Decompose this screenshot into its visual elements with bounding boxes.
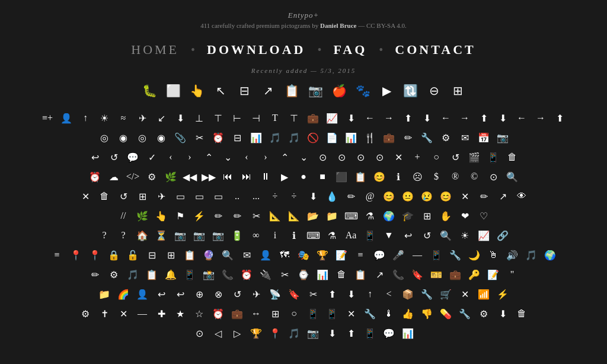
icon-bookmark[interactable]: 🔖 <box>408 265 427 284</box>
icon-rotate[interactable]: ↺ <box>228 285 247 304</box>
icon-x-3[interactable]: ✕ <box>341 304 360 323</box>
icon-trash-3[interactable]: 🗑 <box>332 265 351 284</box>
icon-scissors-3[interactable]: ✂ <box>275 265 294 284</box>
icon-eye[interactable]: 👁 <box>512 187 531 206</box>
icon-mask[interactable]: 🎭 <box>294 245 313 264</box>
icon-magnifier[interactable]: 🔍 <box>436 226 455 245</box>
icon-sun[interactable]: ☀ <box>455 226 474 245</box>
icon-popup[interactable]: ↗ <box>257 80 279 101</box>
icon-dots[interactable]: ... <box>247 187 266 206</box>
icon-chevron-left[interactable]: ‹ <box>161 148 180 167</box>
icon-up-arrow[interactable]: ↑ <box>360 285 379 304</box>
icon-dot-2[interactable]: ◉ <box>152 128 171 147</box>
icon-add[interactable]: ⊕ <box>190 285 209 304</box>
icon-blocked[interactable]: 🚫 <box>304 128 322 147</box>
icon-help[interactable]: ? <box>95 226 114 245</box>
icon-cut[interactable]: ✂ <box>304 285 322 304</box>
icon-bar-chart[interactable]: 📊 <box>247 128 266 147</box>
icon-music[interactable]: 🎵 <box>522 245 541 264</box>
icon-phone-2[interactable]: 📞 <box>389 265 408 284</box>
icon-back-2[interactable]: ↩ <box>152 285 171 304</box>
icon-clock[interactable]: ⏰ <box>209 128 228 147</box>
icon-heart-empty[interactable]: ♡ <box>474 206 493 225</box>
icon-trash-2[interactable]: 🗑 <box>95 187 114 206</box>
icon-device[interactable]: 📱 <box>360 324 379 343</box>
icon-user-2[interactable]: 👤 <box>256 245 275 264</box>
icon-fingerprint[interactable]: 👆 <box>186 80 207 101</box>
icon-bubble[interactable]: 💬 <box>379 324 398 343</box>
icon-back[interactable]: ↩ <box>85 148 104 167</box>
icon-dollar[interactable]: $ <box>427 167 446 186</box>
icon-wifi[interactable]: 📶 <box>474 285 493 304</box>
icon-thumbs-up[interactable]: 👍 <box>398 304 417 323</box>
icon-at[interactable]: @ <box>360 187 379 206</box>
icon-mic[interactable]: 🎤 <box>389 245 408 264</box>
icon-tools[interactable]: 🔧 <box>360 304 379 323</box>
icon-clock-2[interactable]: ⏰ <box>237 265 256 284</box>
icon-play[interactable]: ▶ <box>376 80 397 101</box>
icon-heart[interactable]: ❤ <box>455 206 474 225</box>
icon-message[interactable]: 💬 <box>370 245 389 264</box>
icon-logout[interactable]: ⊞ <box>161 245 180 264</box>
icon-clipboard-3[interactable]: 📋 <box>351 265 370 284</box>
icon-cog-3[interactable]: ⚙ <box>474 304 493 323</box>
nav-faq[interactable]: FAQ <box>323 42 378 58</box>
icon-clipboard[interactable]: 📋 <box>281 80 302 101</box>
icon-arrow-right[interactable]: → <box>379 108 398 127</box>
nav-home[interactable]: HOME <box>120 42 190 58</box>
icon-back-3[interactable]: ◁ <box>209 324 228 343</box>
icon-circle-2[interactable]: ◎ <box>133 128 152 147</box>
icon-moon[interactable]: 🌙 <box>465 245 484 264</box>
icon-hourglass[interactable]: ⏳ <box>152 226 171 245</box>
icon-calendar[interactable]: 📅 <box>474 128 493 147</box>
icon-photo[interactable]: 📸 <box>199 265 218 284</box>
icon-chat[interactable]: 💬 <box>123 148 142 167</box>
icon-lab[interactable]: ⚗ <box>360 206 379 225</box>
icon-arrow-right-3[interactable]: → <box>531 108 550 127</box>
icon-plus[interactable]: + <box>408 148 427 167</box>
nav-download[interactable]: DOWNLOAD <box>196 42 316 58</box>
icon-droplet[interactable]: 💧 <box>322 187 341 206</box>
icon-arrow-up[interactable]: ⬆ <box>398 108 417 127</box>
icon-folder-open[interactable]: 📂 <box>304 206 322 225</box>
icon-mail[interactable]: ✉ <box>455 128 474 147</box>
icon-fingerprint-2[interactable]: 👆 <box>152 206 171 225</box>
icon-hand[interactable]: ✋ <box>436 206 455 225</box>
icon-ruler[interactable]: 📐 <box>266 206 285 225</box>
icon-grid[interactable]: ⊞ <box>133 187 152 206</box>
icon-eraser[interactable]: ✏ <box>474 187 493 206</box>
icon-rect[interactable]: ▭ <box>171 187 190 206</box>
icon-chevron-up[interactable]: ⌃ <box>199 148 218 167</box>
icon-phone[interactable]: 📞 <box>218 265 237 284</box>
icon-flashlight[interactable]: ✏ <box>209 206 228 225</box>
icon-code[interactable]: </> <box>123 167 142 186</box>
icon-spanner[interactable]: 🔧 <box>417 285 436 304</box>
icon-divide-2[interactable]: ÷ <box>285 187 304 206</box>
icon-square[interactable]: ⬛ <box>332 167 351 186</box>
icon-map[interactable]: 🗺 <box>275 245 294 264</box>
icon-note-2[interactable]: 🎵 <box>123 265 142 284</box>
icon-gear[interactable]: ⚙ <box>142 167 161 186</box>
icon-chart[interactable]: 📊 <box>341 128 360 147</box>
icon-scissors-2[interactable]: ✂ <box>247 206 266 225</box>
icon-menu[interactable]: ≡ <box>351 245 370 264</box>
icon-chevron-down-2[interactable]: ⌄ <box>294 148 313 167</box>
icon-cog-2[interactable]: ⚙ <box>104 265 123 284</box>
icon-tablet[interactable]: 📱 <box>322 304 341 323</box>
nav-contact[interactable]: CONTACT <box>384 42 486 58</box>
icon-ticket[interactable]: 🎫 <box>427 265 446 284</box>
icon-share[interactable]: ↗ <box>370 265 389 284</box>
icon-registered[interactable]: ® <box>446 167 465 186</box>
icon-cloud[interactable]: ☁ <box>104 167 123 186</box>
icon-less[interactable]: < <box>379 285 398 304</box>
icon-circle-4[interactable]: ⊙ <box>351 148 370 167</box>
icon-flag[interactable]: ⚑ <box>171 206 190 225</box>
icon-box[interactable]: 📦 <box>398 285 417 304</box>
icon-arrow-left-2[interactable]: ← <box>436 108 455 127</box>
icon-infinity[interactable]: ∞ <box>247 226 266 245</box>
icon-apple[interactable]: 🍎 <box>328 80 350 101</box>
icon-lab-2[interactable]: ⚗ <box>322 226 341 245</box>
icon-image-2[interactable]: 📷 <box>190 226 209 245</box>
icon-stop[interactable]: ■ <box>313 167 332 186</box>
icon-login[interactable]: ⊟ <box>142 245 161 264</box>
